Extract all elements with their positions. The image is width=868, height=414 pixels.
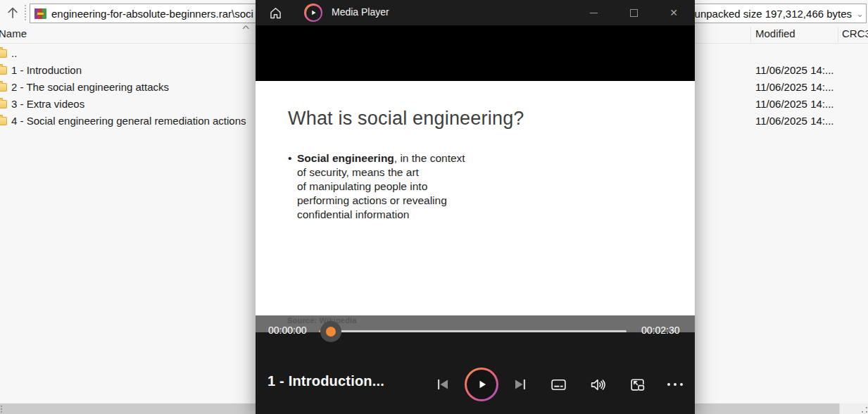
list-item-folder[interactable]: 1 - Introduction [0,62,255,79]
minimize-icon [590,13,598,13]
more-options-button[interactable] [661,370,689,399]
list-item-folder[interactable]: 4 - Social engineering general remediati… [0,113,255,130]
bullet-line: confidential information [288,208,485,222]
video-letterbox [256,25,695,81]
up-arrow-icon [5,5,20,20]
subtitles-button[interactable] [544,370,572,399]
player-titlebar[interactable]: Media Player ✕ [256,0,695,25]
source-watermark: Source: Wikipedia [287,316,357,325]
maximize-button[interactable] [617,0,650,25]
next-track-icon [512,376,529,393]
slide-title: What is social engineering? [288,108,524,130]
bullet-bold-text: Social engineering [297,152,394,164]
folder-icon [0,100,7,108]
column-header-crc32[interactable]: CRC3 [842,27,868,39]
media-player-window: Media Player ✕ What is social engineerin… [256,0,695,414]
modified-date: 11/06/2025 14:... [755,79,834,96]
slide-bullet-text: •Social engineering, in the context of s… [288,151,485,222]
seek-handle[interactable] [320,321,341,342]
file-name: 3 - Extra videos [11,98,84,110]
now-playing-title: 1 - Introduction... [268,373,384,389]
column-header-modified[interactable]: Modified [755,27,795,39]
winrar-archive-icon [34,8,46,19]
file-name: 2 - The social engineering attacks [11,81,169,93]
media-player-app-icon [304,4,322,22]
sort-ascending-icon: ^ [242,23,249,34]
current-time: 00:00:00 [268,325,307,336]
mini-player-icon [629,376,646,394]
mini-player-button[interactable] [623,370,651,399]
previous-track-button[interactable] [429,370,457,399]
next-track-button[interactable] [506,370,534,399]
status-bar-grip [1,406,4,413]
window-title: Media Player [332,6,389,18]
modified-date: 11/06/2025 14:... [755,113,834,130]
list-item-folder[interactable]: 2 - The social engineering attacks [0,79,255,96]
screen: engineering-for-absolute-beginners.rar\s… [0,0,868,414]
bullet-line: of security, means the art [288,165,485,180]
folder-icon [0,117,7,125]
file-name: 1 - Introduction [11,64,82,76]
volume-icon [589,376,607,394]
bullet-rest-text: , in the context [394,152,465,164]
toolbar-grip [25,5,26,20]
list-item-parent-dir[interactable]: .. [0,45,255,62]
file-name: 4 - Social engineering general remediati… [11,115,246,127]
seek-handle-dot [326,327,336,337]
folder-icon [0,49,7,58]
modified-date: 11/06/2025 14:... [755,96,834,113]
maximize-icon [630,9,638,17]
archive-info-text: ve, unpacked size 197,312,466 bytes [677,8,852,20]
bullet-line: performing actions or revealing [288,194,485,208]
previous-track-icon [434,376,451,393]
column-separator[interactable] [750,27,751,42]
modified-date: 11/06/2025 14:... [755,62,834,79]
total-time: 00:02:30 [641,325,680,336]
bullet-glyph: • [288,151,291,165]
play-icon [474,377,489,392]
seek-bar[interactable] [319,330,627,332]
address-path: engineering-for-absolute-beginners.rar\s… [51,8,253,20]
column-header-name[interactable]: Name [0,27,27,39]
close-button[interactable]: ✕ [658,0,690,25]
modified-column: 11/06/2025 14:... 11/06/2025 14:... 11/0… [755,62,834,130]
video-frame[interactable]: What is social engineering? •Social engi… [256,81,695,315]
subtitles-cc-icon [550,376,567,394]
address-dropdown-icon[interactable]: ⌄ [852,8,864,19]
play-button[interactable] [465,368,498,401]
file-name: .. [11,47,17,59]
column-separator[interactable] [838,27,838,42]
bullet-line: of manipulating people into [288,180,485,194]
close-icon: ✕ [669,8,678,18]
minimize-button[interactable] [577,0,610,25]
home-icon [268,6,283,20]
more-options-icon [667,383,683,386]
list-item-folder[interactable]: 3 - Extra videos [0,96,255,113]
folder-icon [0,83,7,92]
volume-button[interactable] [584,370,612,399]
home-button[interactable] [261,0,289,25]
file-list: .. 1 - Introduction 2 - The social engin… [0,45,255,130]
up-directory-button[interactable] [1,3,24,23]
resize-grip-icon[interactable] [862,407,867,413]
folder-icon [0,66,7,75]
